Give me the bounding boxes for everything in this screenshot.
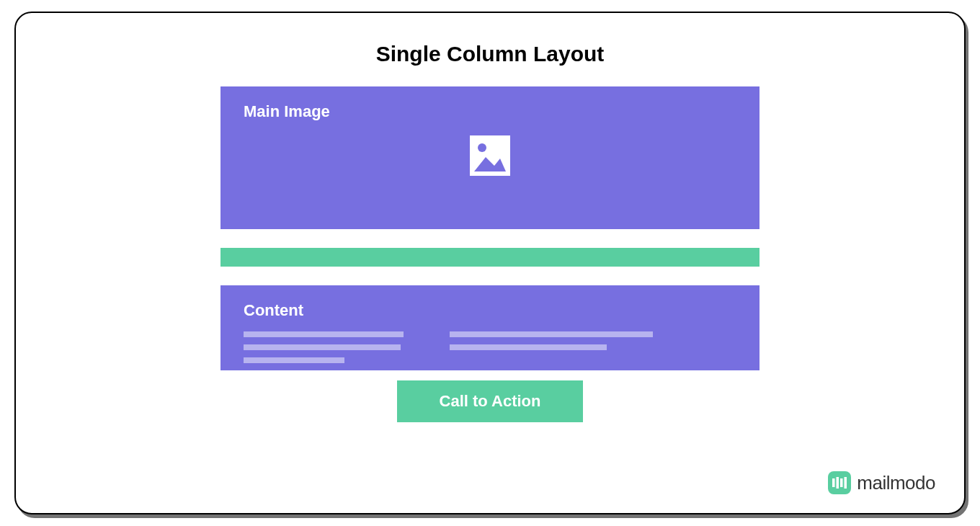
content-lines-left xyxy=(244,331,404,363)
content-block: Content xyxy=(220,285,760,370)
svg-point-1 xyxy=(478,143,486,152)
text-line xyxy=(450,331,653,337)
svg-rect-4 xyxy=(837,477,839,489)
diagram-card: Single Column Layout Main Image Content xyxy=(14,12,966,514)
single-column-layout: Main Image Content xyxy=(220,86,760,422)
content-lines-right xyxy=(450,331,653,363)
divider-bar xyxy=(220,248,760,267)
text-line xyxy=(244,357,344,363)
content-lines xyxy=(244,331,736,363)
text-line xyxy=(244,331,404,337)
svg-rect-5 xyxy=(840,478,843,487)
main-image-label: Main Image xyxy=(244,102,736,121)
brand-logo: mailmodo xyxy=(828,471,935,494)
page-title: Single Column Layout xyxy=(376,42,605,66)
text-line xyxy=(450,344,607,350)
main-image-block: Main Image xyxy=(220,86,760,229)
svg-rect-3 xyxy=(832,478,835,487)
text-line xyxy=(244,344,401,350)
mailmodo-icon xyxy=(828,471,851,494)
cta-button[interactable]: Call to Action xyxy=(397,380,583,422)
image-placeholder-icon xyxy=(470,135,510,176)
brand-name: mailmodo xyxy=(857,472,935,494)
content-label: Content xyxy=(244,301,736,320)
svg-rect-6 xyxy=(845,477,847,489)
